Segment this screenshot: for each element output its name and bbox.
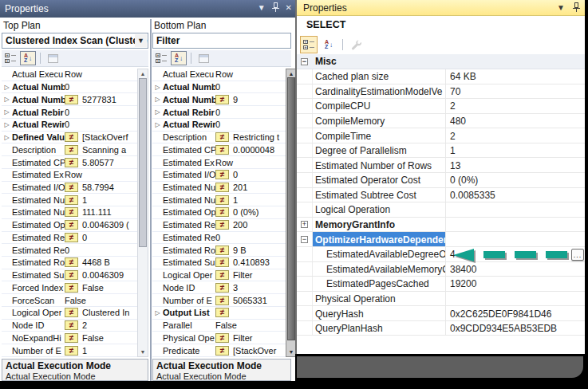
property-row[interactable]: Estimated CP≠5.80577 (2, 156, 137, 169)
property-row[interactable]: CompileTime2 (297, 128, 585, 143)
property-row[interactable]: ▷Actual Numb0 (2, 81, 137, 94)
close-icon[interactable]: ✕ (286, 2, 292, 16)
property-row[interactable]: Estimated Re0 (152, 232, 286, 245)
expander-icon[interactable]: ▷ (152, 96, 163, 103)
property-row[interactable]: Estimated Su≠0.0046309 (2, 269, 137, 282)
scroll-down-icon[interactable]: ▼ (138, 348, 148, 356)
property-row[interactable]: Predicate≠[StackOver (152, 344, 286, 357)
pin-icon[interactable] (272, 2, 279, 16)
alphabetical-sort-button[interactable]: AZ↓ (171, 51, 187, 65)
window-position-chevron-icon[interactable]: ▼ (557, 2, 565, 16)
property-row[interactable]: −OptimizerHardwareDependent (297, 232, 585, 247)
property-row[interactable]: Estimated Ro≠9 B (152, 244, 286, 257)
right-window-titlebar[interactable]: Properties ▼ (297, 0, 585, 16)
property-row[interactable]: Estimated Operator Cost0 (0%) (297, 173, 585, 188)
scrollbar-thumb[interactable] (139, 78, 147, 247)
property-row[interactable]: CompileMemory480 (297, 114, 585, 129)
property-row[interactable]: ParallelFalse (152, 320, 286, 332)
property-row[interactable]: Estimated Re≠0 (2, 232, 137, 245)
property-row[interactable]: Estimated Nu≠111.111 (2, 206, 137, 219)
expand-icon[interactable]: + (301, 221, 308, 228)
property-row[interactable]: Estimated I/O≠58.7994 (2, 182, 137, 194)
property-row[interactable]: Logical Oper≠Clustered In (2, 307, 137, 320)
property-row[interactable]: Logical Oper≠Filter (152, 269, 286, 282)
expander-icon[interactable]: ▷ (2, 134, 12, 141)
collapse-icon[interactable]: − (301, 58, 308, 65)
property-row[interactable]: Estimated ExRow (2, 169, 137, 182)
property-row[interactable]: ▷Actual Numb≠9 (152, 93, 286, 106)
top-plan-scrollbar[interactable]: ▲ ▼ (137, 69, 148, 357)
property-row[interactable]: EstimatedAvailableMemoryG38400 (297, 262, 585, 277)
window-position-chevron-icon[interactable]: ▼ (258, 2, 266, 16)
left-window-titlebar[interactable]: Properties ▼ ✕ (0, 0, 295, 18)
expander-icon[interactable]: ▷ (152, 84, 163, 91)
property-row[interactable]: CardinalityEstimationModelVe70 (297, 84, 585, 100)
alphabetical-sort-button[interactable]: AZ↓ (20, 51, 36, 65)
property-row[interactable]: Estimated Re≠200 (152, 219, 286, 232)
property-row[interactable]: Estimated Nu≠1 (2, 194, 137, 206)
property-row[interactable]: Estimated CP≠0.0000048 (152, 143, 286, 156)
property-row[interactable]: EstimatedPagesCached19200 (297, 277, 585, 292)
categorized-button[interactable]: ++ (2, 51, 18, 65)
chevron-down-icon[interactable]: ▼ (135, 34, 147, 47)
property-row[interactable]: +MemoryGrantInfo (297, 218, 585, 233)
property-row[interactable]: ForceScanFalse (2, 294, 137, 307)
property-row[interactable]: Estimated Ro≠4468 B (2, 257, 137, 269)
property-row[interactable]: QueryHash0x2C625DE0F9841D46 (297, 306, 585, 321)
categorized-button[interactable]: ++ (300, 36, 318, 53)
property-row[interactable]: Actual ExecuRow (152, 69, 286, 81)
property-row[interactable]: Actual ExecuRow (2, 69, 137, 81)
property-row[interactable]: CompileCPU2 (297, 99, 585, 114)
property-row[interactable]: QueryPlanHash0x9CDD934E5AB53EDB (297, 321, 585, 336)
property-row[interactable]: ▷Actual Numb≠5277831 (2, 93, 137, 106)
property-row[interactable]: Number of E≠5065331 (152, 294, 286, 307)
property-row[interactable]: Logical Operation (297, 202, 585, 218)
expander-icon[interactable]: ▷ (2, 96, 12, 103)
property-row[interactable]: NoExpandHi≠False (2, 332, 137, 344)
expander-icon[interactable]: ▷ (152, 309, 163, 316)
property-row[interactable]: Physical Operation (297, 292, 585, 307)
expander-icon[interactable]: ▷ (2, 108, 12, 116)
property-row[interactable]: ▷Actual Rebir0 (2, 106, 137, 119)
property-row[interactable]: Estimated Re0 (2, 244, 137, 257)
categorized-button[interactable]: ++ (153, 51, 169, 65)
scrollbar-thumb[interactable] (287, 77, 295, 340)
property-row[interactable]: ▷Actual Numb0 (152, 81, 286, 94)
property-row[interactable]: Estimated Su≠0.410893 (152, 257, 286, 269)
top-plan-operator-combobox[interactable]: Clustered Index Scan (Clustere ▼ (2, 33, 148, 49)
property-row[interactable]: Estimated Number of Rows13 (297, 158, 585, 173)
property-row[interactable]: Number of E≠1 (2, 344, 137, 357)
property-row[interactable]: Estimated I/O≠0 (152, 169, 286, 182)
property-row[interactable]: Estimated Nu≠1 (152, 194, 286, 206)
property-row[interactable]: Description≠Scanning a (2, 143, 137, 156)
expander-icon[interactable]: ▷ (2, 84, 12, 91)
ellipsis-button[interactable]: ... (571, 249, 584, 261)
property-row[interactable]: ▷Actual Rewir0 (152, 119, 286, 132)
property-row[interactable]: Node ID≠2 (2, 320, 137, 332)
expander-icon[interactable]: ▷ (152, 121, 163, 128)
property-row[interactable]: Cached plan size64 KB (297, 69, 585, 84)
property-row[interactable]: ▷Actual Rewir0 (2, 119, 137, 132)
category-header-misc[interactable]: − Misc (297, 54, 585, 69)
expander-icon[interactable]: ▷ (152, 108, 163, 116)
property-row[interactable]: Estimated Op≠0 (0%) (152, 206, 286, 219)
property-row[interactable]: Node ID≠3 (152, 281, 286, 294)
property-row[interactable]: Estimated Nu≠201 (152, 182, 286, 194)
property-row[interactable]: ▷Output List≠ (152, 307, 286, 320)
property-row[interactable]: ▷Actual Rebir0 (152, 106, 286, 119)
property-row[interactable]: Physical Ope≠Filter (152, 332, 286, 344)
scroll-up-icon[interactable]: ▲ (138, 69, 148, 78)
property-row[interactable]: Estimated Subtree Cost0.0085335 (297, 188, 585, 203)
collapse-icon[interactable]: − (301, 236, 308, 243)
bottom-plan-operator-combobox[interactable]: Filter (152, 33, 291, 49)
property-row[interactable]: Description≠Restricting t (152, 132, 286, 144)
pin-icon[interactable] (573, 2, 580, 16)
alphabetical-sort-button[interactable]: AZ↓ (320, 36, 337, 53)
property-value: Scanning a (82, 145, 126, 155)
property-row[interactable]: Forced Index≠False (2, 281, 137, 294)
property-row[interactable]: ▷Defined Valu≠[StackOverf (2, 132, 137, 144)
property-row[interactable]: Estimated ExRow (152, 156, 286, 169)
expander-icon[interactable]: ▷ (2, 121, 12, 128)
property-row[interactable]: Degree of Parallelism1 (297, 143, 585, 159)
property-row[interactable]: Estimated Op≠0.0046309 ( (2, 219, 137, 232)
